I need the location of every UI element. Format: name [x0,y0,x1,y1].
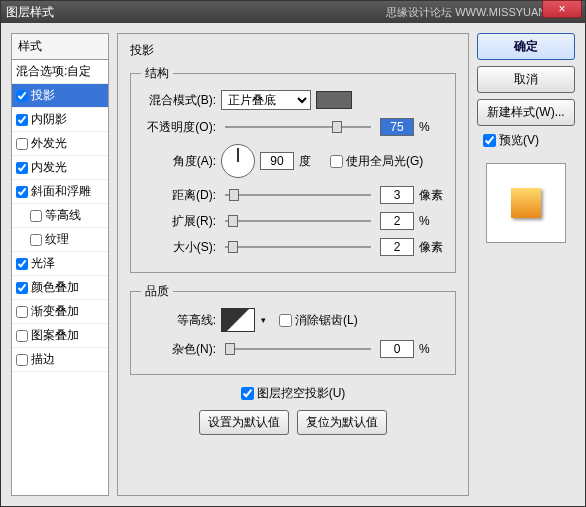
style-label: 图案叠加 [31,327,79,344]
spread-unit: % [419,214,445,228]
window-title: 图层样式 [6,4,386,21]
style-checkbox[interactable] [30,210,42,222]
style-item[interactable]: 内发光 [12,156,108,180]
style-label: 颜色叠加 [31,279,79,296]
opacity-slider[interactable] [225,119,371,135]
style-checkbox[interactable] [16,186,28,198]
style-checkbox[interactable] [16,306,28,318]
style-checkbox[interactable] [16,258,28,270]
style-item[interactable]: 光泽 [12,252,108,276]
style-label: 光泽 [31,255,55,272]
blend-mode-label: 混合模式(B): [141,92,216,109]
style-item[interactable]: 描边 [12,348,108,372]
ok-button[interactable]: 确定 [477,33,575,60]
structure-legend: 结构 [141,65,173,82]
style-label: 等高线 [45,207,81,224]
style-item[interactable]: 渐变叠加 [12,300,108,324]
spread-slider[interactable] [225,213,371,229]
style-label: 外发光 [31,135,67,152]
opacity-value[interactable]: 75 [380,118,414,136]
style-item[interactable]: 外发光 [12,132,108,156]
shadow-color-swatch[interactable] [316,91,352,109]
opacity-unit: % [419,120,445,134]
knockout-checkbox[interactable]: 图层挖空投影(U) [241,385,346,402]
global-light-checkbox[interactable]: 使用全局光(G) [330,153,423,170]
angle-value[interactable]: 90 [260,152,294,170]
size-label: 大小(S): [141,239,216,256]
style-item[interactable]: 混合选项:自定 [12,60,108,84]
style-checkbox[interactable] [16,354,28,366]
options-panel: 投影 结构 混合模式(B): 正片叠底 不透明度(O): 75 % 角度(A): [117,33,469,496]
style-checkbox[interactable] [16,138,28,150]
distance-unit: 像素 [419,187,445,204]
style-item[interactable]: 等高线 [12,204,108,228]
opacity-label: 不透明度(O): [141,119,216,136]
style-label: 描边 [31,351,55,368]
style-item[interactable]: 投影 [12,84,108,108]
effect-title: 投影 [130,42,456,59]
close-button[interactable]: × [542,0,582,18]
angle-label: 角度(A): [141,153,216,170]
titlebar: 图层样式 思缘设计论坛 WWW.MISSYUAN.COM × [1,1,585,23]
distance-slider[interactable] [225,187,371,203]
contour-label: 等高线: [141,312,216,329]
cancel-button[interactable]: 取消 [477,66,575,93]
size-slider[interactable] [225,239,371,255]
preview-box [477,159,575,247]
preview-image [486,163,566,243]
style-label: 内发光 [31,159,67,176]
style-label: 内阴影 [31,111,67,128]
structure-group: 结构 混合模式(B): 正片叠底 不透明度(O): 75 % 角度(A): 90… [130,65,456,273]
noise-unit: % [419,342,445,356]
style-label: 投影 [31,87,55,104]
close-icon: × [558,2,565,16]
style-label: 渐变叠加 [31,303,79,320]
style-checkbox[interactable] [16,90,28,102]
distance-value[interactable]: 3 [380,186,414,204]
preview-swatch [511,188,541,218]
size-value[interactable]: 2 [380,238,414,256]
style-item[interactable]: 颜色叠加 [12,276,108,300]
style-checkbox[interactable] [16,282,28,294]
style-label: 混合选项:自定 [16,63,91,80]
angle-dial[interactable] [221,144,255,178]
angle-unit: 度 [299,153,325,170]
noise-slider[interactable] [225,341,371,357]
action-panel: 确定 取消 新建样式(W)... 预览(V) [477,33,575,496]
style-checkbox[interactable] [16,330,28,342]
preview-checkbox[interactable]: 预览(V) [477,132,575,149]
style-item[interactable]: 图案叠加 [12,324,108,348]
layer-style-dialog: 图层样式 思缘设计论坛 WWW.MISSYUAN.COM × 样式 混合选项:自… [0,0,586,507]
styles-list: 混合选项:自定投影内阴影外发光内发光斜面和浮雕等高线纹理光泽颜色叠加渐变叠加图案… [12,60,108,372]
new-style-button[interactable]: 新建样式(W)... [477,99,575,126]
quality-group: 品质 等高线: 消除锯齿(L) 杂色(N): 0 % [130,283,456,375]
style-item[interactable]: 斜面和浮雕 [12,180,108,204]
style-checkbox[interactable] [30,234,42,246]
style-item[interactable]: 纹理 [12,228,108,252]
style-checkbox[interactable] [16,114,28,126]
spread-label: 扩展(R): [141,213,216,230]
style-item[interactable]: 内阴影 [12,108,108,132]
reset-default-button[interactable]: 复位为默认值 [297,410,387,435]
styles-header: 样式 [12,34,108,60]
noise-label: 杂色(N): [141,341,216,358]
contour-picker[interactable] [221,308,255,332]
noise-value[interactable]: 0 [380,340,414,358]
blend-mode-select[interactable]: 正片叠底 [221,90,311,110]
styles-list-panel: 样式 混合选项:自定投影内阴影外发光内发光斜面和浮雕等高线纹理光泽颜色叠加渐变叠… [11,33,109,496]
quality-legend: 品质 [141,283,173,300]
size-unit: 像素 [419,239,445,256]
style-label: 纹理 [45,231,69,248]
distance-label: 距离(D): [141,187,216,204]
antialias-checkbox[interactable]: 消除锯齿(L) [279,312,358,329]
style-label: 斜面和浮雕 [31,183,91,200]
spread-value[interactable]: 2 [380,212,414,230]
style-checkbox[interactable] [16,162,28,174]
make-default-button[interactable]: 设置为默认值 [199,410,289,435]
